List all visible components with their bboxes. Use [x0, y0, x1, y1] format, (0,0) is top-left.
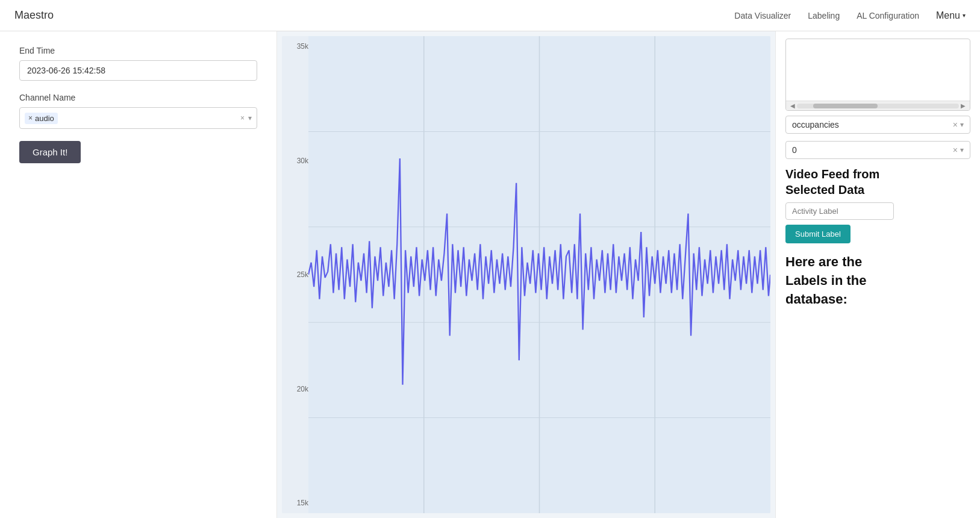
channel-tag-clear-all[interactable]: × [240, 114, 245, 122]
scrollable-box[interactable]: ◀ ▶ [785, 39, 970, 111]
main-layout: End Time Channel Name × audio × ▾ Graph … [0, 31, 980, 518]
graph-it-button[interactable]: Graph It! [19, 141, 81, 163]
end-time-label: End Time [19, 46, 257, 55]
channel-tag-remove[interactable]: × [28, 114, 33, 122]
occupancies-clear-icon[interactable]: × [953, 120, 958, 130]
channel-name-group: Channel Name × audio × ▾ [19, 93, 257, 129]
y-axis: 35k 30k 25k 20k 15k [282, 36, 308, 513]
nav-menu[interactable]: Menu ▾ [936, 10, 966, 21]
scrollbar-thumb[interactable] [813, 104, 878, 108]
labels-section: Here are theLabels in thedatabase: [785, 253, 970, 308]
chart-area: 35k 30k 25k 20k 15k [277, 31, 775, 518]
nav-labeling[interactable]: Labeling [808, 11, 840, 20]
right-panel: ◀ ▶ occupancies × ▾ 0 × ▾ Video Feed fro… [775, 31, 980, 518]
activity-label-input[interactable] [785, 202, 894, 220]
menu-dropdown-icon: ▾ [963, 12, 966, 19]
y-label-35k: 35k [286, 42, 308, 51]
occupancies-value: occupancies [792, 120, 953, 130]
channel-name-label: Channel Name [19, 93, 257, 102]
channel-tag-label: audio [35, 114, 54, 123]
labels-title: Here are theLabels in thedatabase: [785, 253, 970, 308]
y-label-20k: 20k [286, 385, 308, 393]
y-label-30k: 30k [286, 157, 308, 165]
nav-data-visualizer[interactable]: Data Visualizer [734, 11, 791, 20]
end-time-group: End Time [19, 46, 257, 81]
labeling-area: Submit Label [785, 202, 970, 243]
chart-svg-wrapper [308, 36, 770, 513]
zero-select[interactable]: 0 × ▾ [785, 141, 970, 159]
y-label-25k: 25k [286, 270, 308, 279]
scrollbar-track[interactable] [797, 104, 959, 108]
y-label-15k: 15k [286, 499, 308, 507]
navbar-links: Data Visualizer Labeling AL Configuratio… [734, 10, 966, 21]
video-feed-title: Video Feed fromSelected Data [785, 166, 970, 198]
sidebar: End Time Channel Name × audio × ▾ Graph … [0, 31, 277, 518]
app-brand: Maestro [14, 9, 54, 22]
nav-menu-label: Menu [936, 10, 960, 21]
scroll-right-icon[interactable]: ▶ [959, 102, 967, 109]
zero-dropdown-icon[interactable]: ▾ [960, 146, 964, 154]
channel-name-tag-input[interactable]: × audio × ▾ [19, 107, 257, 129]
zero-clear-icon[interactable]: × [953, 145, 958, 155]
occupancies-dropdown-icon[interactable]: ▾ [960, 120, 964, 129]
zero-value: 0 [792, 145, 953, 155]
nav-al-configuration[interactable]: AL Configuration [857, 11, 919, 20]
channel-dropdown-arrow-icon[interactable]: ▾ [248, 114, 252, 122]
submit-label-button[interactable]: Submit Label [785, 225, 850, 243]
horizontal-scrollbar[interactable]: ◀ ▶ [786, 101, 970, 110]
occupancies-select[interactable]: occupancies × ▾ [785, 116, 970, 134]
chart-container: 35k 30k 25k 20k 15k [282, 36, 770, 513]
navbar: Maestro Data Visualizer Labeling AL Conf… [0, 0, 980, 31]
waveform-chart [308, 36, 770, 513]
end-time-input[interactable] [19, 60, 257, 81]
scroll-left-icon[interactable]: ◀ [788, 102, 797, 109]
channel-tag: × audio [25, 113, 58, 124]
